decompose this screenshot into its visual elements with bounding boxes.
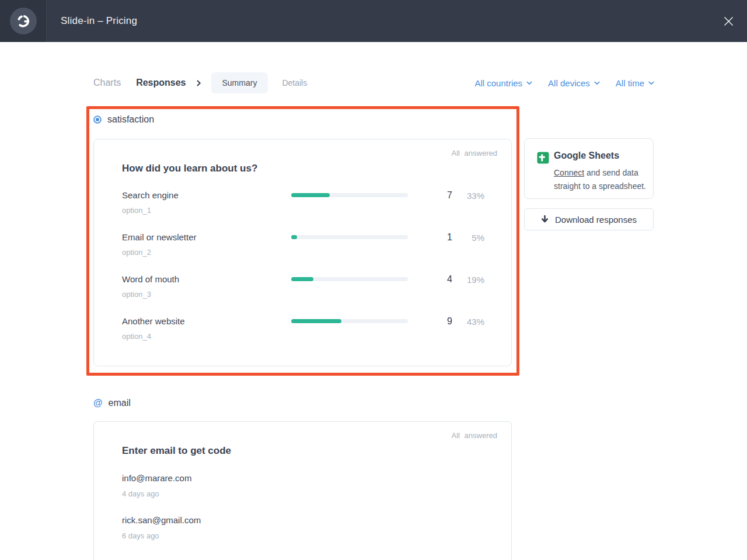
- filter-time[interactable]: All time: [616, 78, 654, 88]
- result-count: 4: [447, 274, 452, 285]
- tab-summary[interactable]: Summary: [211, 72, 268, 93]
- result-bar-fill: [291, 319, 341, 323]
- option-id: option_3: [122, 290, 151, 299]
- result-count: 1: [447, 232, 452, 243]
- option-id: option_1: [122, 206, 151, 215]
- connect-link[interactable]: Connect: [554, 168, 584, 177]
- at-sign-icon: @: [93, 398, 103, 408]
- answered-status: All answered: [452, 431, 497, 440]
- filter-countries[interactable]: All countries: [474, 78, 532, 88]
- download-responses-button[interactable]: Download responses: [524, 208, 654, 230]
- page: Slide-in – Pricing Charts Responses Summ…: [0, 0, 747, 560]
- result-row: Email or newsletter option_2 1 5%: [122, 232, 498, 261]
- result-bar: [291, 319, 408, 323]
- option-label: Another website: [122, 316, 185, 326]
- email-address: info@marare.com: [122, 473, 191, 483]
- result-row: Word of mouth option_3 4 19%: [122, 274, 498, 303]
- field-name-email: email: [109, 398, 131, 408]
- download-responses-label: Download responses: [555, 215, 637, 225]
- nav-responses[interactable]: Responses: [136, 78, 186, 88]
- result-bar: [291, 277, 408, 281]
- close-icon[interactable]: [722, 15, 734, 27]
- window-header: Slide-in – Pricing: [0, 0, 747, 42]
- chevron-down-icon: [526, 81, 532, 85]
- result-count: 7: [447, 190, 452, 201]
- result-row: Search engine option_1 7 33%: [122, 190, 498, 219]
- app-logo: [0, 0, 47, 42]
- filter-countries-label: All countries: [474, 78, 522, 88]
- option-id: option_2: [122, 248, 151, 257]
- chevron-right-icon: [196, 80, 202, 86]
- option-label: Search engine: [122, 190, 179, 200]
- filter-time-label: All time: [616, 78, 644, 88]
- result-bar: [291, 235, 408, 239]
- google-sheets-description: Connect and send data straight to a spre…: [554, 166, 646, 193]
- section-header-satisfaction: satisfaction: [93, 114, 154, 125]
- option-label: Word of mouth: [122, 274, 179, 284]
- nav-charts[interactable]: Charts: [93, 78, 121, 88]
- breadcrumb: Charts Responses Summary Details: [93, 71, 307, 94]
- result-row: Another website option_4 9 43%: [122, 316, 498, 345]
- result-percent: 43%: [467, 317, 484, 327]
- result-percent: 19%: [467, 275, 484, 285]
- result-bar-fill: [291, 193, 330, 197]
- result-bar-fill: [291, 277, 313, 281]
- radio-icon: [93, 116, 102, 124]
- result-bar-fill: [291, 235, 297, 239]
- question-title: Enter email to get code: [122, 445, 231, 457]
- tab-details[interactable]: Details: [282, 78, 307, 88]
- field-name-satisfaction: satisfaction: [107, 114, 154, 125]
- email-timestamp: 4 days ago: [122, 489, 159, 498]
- question-title: How did you learn about us?: [122, 163, 257, 174]
- answered-status: All answered: [452, 149, 497, 158]
- app-logo-icon: [10, 8, 37, 34]
- google-sheets-title: Google Sheets: [554, 150, 619, 161]
- chevron-down-icon: [648, 81, 654, 85]
- result-bar: [291, 193, 408, 197]
- filter-devices-label: All devices: [548, 78, 590, 88]
- email-entry: rick.san@gmail.com 6 days ago: [122, 515, 472, 548]
- email-entry: info@marare.com 4 days ago: [122, 473, 472, 506]
- email-results-card: All answered Enter email to get code inf…: [93, 421, 512, 560]
- google-sheets-card: Google Sheets Connect and send data stra…: [524, 138, 654, 199]
- result-percent: 5%: [472, 233, 484, 243]
- google-sheets-icon: [537, 152, 549, 164]
- result-percent: 33%: [467, 191, 484, 201]
- download-arrow-icon: [541, 215, 549, 223]
- window-title: Slide-in – Pricing: [61, 0, 137, 42]
- satisfaction-results-card: All answered How did you learn about us?…: [93, 139, 512, 366]
- section-header-email: @ email: [93, 398, 131, 408]
- option-label: Email or newsletter: [122, 232, 197, 242]
- option-id: option_4: [122, 332, 151, 341]
- email-address: rick.san@gmail.com: [122, 515, 201, 525]
- email-timestamp: 6 days ago: [122, 531, 159, 540]
- result-count: 9: [447, 316, 452, 327]
- filter-devices[interactable]: All devices: [548, 78, 600, 88]
- filter-bar: All countries All devices All time: [474, 71, 654, 94]
- chevron-down-icon: [594, 81, 600, 85]
